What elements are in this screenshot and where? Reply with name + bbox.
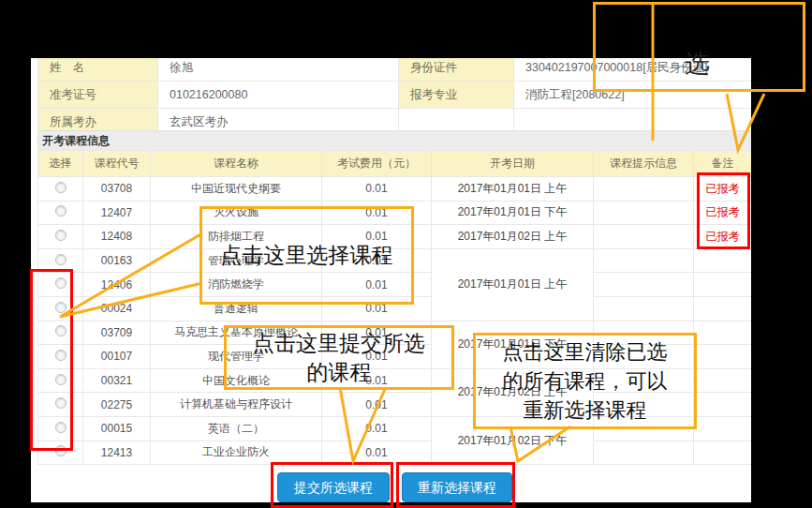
course-code-cell: 00024	[83, 296, 151, 321]
course-code-cell: 00015	[83, 416, 151, 441]
name-label: 姓 名	[38, 58, 158, 82]
select-cell	[38, 368, 83, 393]
course-name-cell: 工业企业防火	[151, 441, 322, 465]
course-code-cell: 12413	[83, 441, 151, 465]
course-code-cell: 03709	[83, 321, 151, 345]
section-title: 开考课程信息	[37, 130, 751, 152]
course-hint-cell	[594, 177, 694, 202]
header-date: 开考日期	[432, 151, 594, 177]
course-fee-cell: 0.01	[322, 248, 432, 273]
course-radio[interactable]	[55, 182, 66, 193]
select-cell	[38, 345, 83, 369]
course-fee-cell: 0.01	[322, 441, 432, 465]
course-name-cell: 计算机基础与程序设计	[151, 393, 322, 417]
ticket-number-value: 010216200080	[158, 82, 399, 109]
course-name-cell: 防排烟工程	[151, 225, 322, 249]
course-fee-cell: 0.01	[322, 368, 432, 393]
course-name-cell: 中国近现代史纲要	[151, 177, 322, 202]
course-date-cell: 2017年01月01日 下午	[432, 321, 594, 368]
student-info-row: 准考证号 010216200080 报考专业 消防工程[2080622]	[38, 82, 752, 109]
course-radio[interactable]	[55, 350, 66, 361]
submit-selected-courses-button[interactable]: 提交所选课程	[277, 472, 390, 502]
select-cell	[38, 393, 83, 417]
course-radio[interactable]	[55, 277, 66, 289]
course-name-cell: 中国文化概论	[151, 368, 322, 393]
header-name: 课程名称	[151, 151, 322, 177]
course-hint-cell	[594, 321, 694, 345]
course-radio[interactable]	[55, 445, 66, 456]
course-remark-cell	[694, 296, 752, 321]
ticket-number-label: 准考证号	[38, 82, 158, 109]
select-cell	[38, 321, 83, 345]
course-name-cell: 现代管理学	[151, 345, 322, 369]
course-radio[interactable]	[55, 302, 66, 313]
course-remark-cell	[694, 248, 752, 273]
course-fee-cell: 0.01	[322, 393, 432, 417]
course-radio[interactable]	[55, 230, 66, 241]
course-hint-cell	[594, 273, 694, 297]
course-code-cell: 12407	[83, 201, 151, 225]
course-radio[interactable]	[55, 205, 66, 217]
table-row: 00107 现代管理学 0.01	[38, 345, 752, 369]
course-hint-cell	[594, 225, 694, 249]
course-remark-cell	[694, 345, 752, 369]
course-table-header-row: 选择 课程代号 课程名称 考试费用（元） 开考日期 课程提示信息 备注	[38, 151, 752, 177]
course-remark-cell	[694, 416, 752, 441]
student-info-row: 姓 名 徐旭 身份证件 330402197007000018[居民身份证]	[38, 58, 752, 82]
select-cell	[38, 416, 83, 441]
course-code-cell: 00107	[83, 345, 151, 369]
course-name-cell: 灭火设施	[151, 201, 322, 225]
select-cell	[38, 248, 83, 273]
course-radio[interactable]	[55, 374, 66, 385]
course-hint-cell	[594, 441, 694, 465]
table-row: 03709 马克思主义基本原理概论 0.01 2017年01月01日 下午	[38, 321, 752, 345]
table-row: 00321 中国文化概论 0.01 2017年01月02日 上午	[38, 368, 752, 393]
course-radio[interactable]	[55, 422, 66, 433]
reselect-courses-button[interactable]: 重新选择课程	[402, 472, 512, 502]
course-code-cell: 12406	[83, 273, 151, 297]
course-name-cell: 马克思主义基本原理概论	[151, 321, 322, 345]
course-date-cell: 2017年01月02日 上午	[432, 225, 594, 249]
course-fee-cell: 0.01	[322, 296, 432, 321]
course-name-cell: 消防燃烧学	[151, 273, 322, 297]
name-value: 徐旭	[158, 58, 399, 82]
course-hint-cell	[594, 393, 694, 417]
course-fee-cell: 0.01	[322, 416, 432, 441]
course-name-cell: 管理心理学	[151, 248, 322, 273]
course-fee-cell: 0.01	[322, 225, 432, 249]
table-row: 03708 中国近现代史纲要 0.01 2017年01月01日 上午 已报考	[38, 177, 752, 202]
table-row: 12406 消防燃烧学 0.01	[38, 273, 752, 297]
course-hint-cell	[594, 201, 694, 225]
course-hint-cell	[594, 345, 694, 369]
major-value: 消防工程[2080622]	[514, 82, 752, 109]
course-hint-cell	[594, 368, 694, 393]
course-code-cell: 02275	[83, 393, 151, 417]
course-radio[interactable]	[55, 397, 66, 409]
course-remark-cell: 已报考	[694, 225, 752, 249]
course-code-cell: 03708	[83, 177, 151, 202]
select-cell	[38, 225, 83, 249]
course-code-cell: 00163	[83, 248, 151, 273]
course-hint-cell	[594, 296, 694, 321]
course-fee-cell: 0.01	[322, 273, 432, 297]
course-date-cell: 2017年01月01日 上午	[432, 177, 594, 202]
table-row: 12408 防排烟工程 0.01 2017年01月02日 上午 已报考	[38, 225, 752, 249]
header-code: 课程代号	[83, 151, 151, 177]
course-date-cell: 2017年01月02日 上午	[432, 368, 594, 416]
course-radio[interactable]	[55, 254, 66, 265]
table-row: 00015 英语（二） 0.01 2017年01月02日 下午	[38, 416, 752, 441]
course-date-cell: 2017年01月02日 下午	[432, 416, 594, 464]
header-remark: 备注	[694, 151, 752, 177]
course-table: 选择 课程代号 课程名称 考试费用（元） 开考日期 课程提示信息 备注 0370…	[37, 150, 751, 465]
table-row: 00024 普通逻辑 0.01	[38, 296, 752, 321]
course-remark-cell	[694, 441, 752, 465]
course-remark-cell: 已报考	[694, 201, 752, 225]
select-cell	[38, 273, 83, 297]
course-remark-cell	[694, 321, 752, 345]
table-row: 12407 灭火设施 0.01 2017年01月01日 下午 已报考	[38, 201, 752, 225]
course-fee-cell: 0.01	[322, 201, 432, 225]
course-radio[interactable]	[55, 325, 66, 336]
select-cell	[38, 296, 83, 321]
course-code-cell: 12408	[83, 225, 151, 249]
exam-registration-page: 姓 名 徐旭 身份证件 330402197007000018[居民身份证] 准考…	[31, 58, 751, 502]
